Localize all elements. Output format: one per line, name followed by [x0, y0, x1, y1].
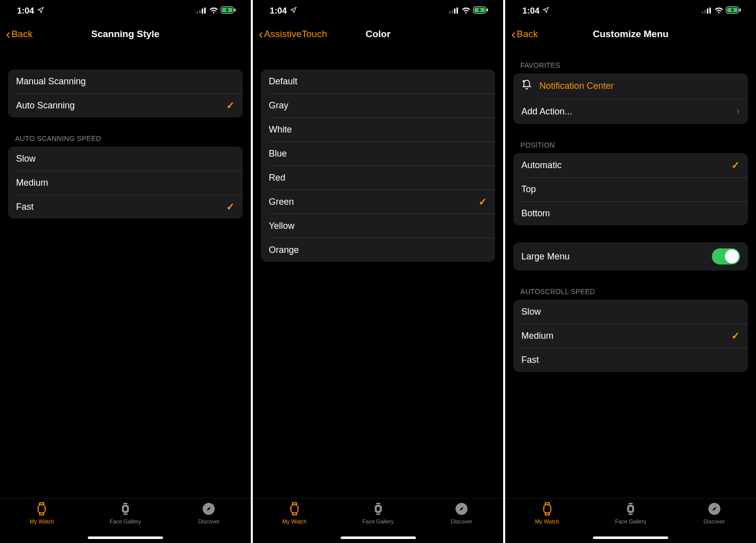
chevron-right-icon: ›	[736, 105, 740, 118]
tab-my-watch[interactable]: My Watch	[0, 501, 84, 543]
content: FAVORITES Notification Center Add Action…	[505, 46, 756, 498]
bell-icon	[521, 79, 532, 93]
tab-discover[interactable]: Discover	[167, 501, 251, 543]
svg-rect-32	[739, 9, 741, 12]
tab-label: My Watch	[30, 518, 54, 524]
option-yellow[interactable]: Yellow	[261, 214, 496, 238]
option-gray[interactable]: Gray	[261, 93, 496, 117]
option-default[interactable]: Default	[261, 69, 496, 93]
option-label: Blue	[269, 149, 287, 159]
home-indicator[interactable]	[88, 536, 163, 539]
nav-header: ‹ Back Customize Menu	[505, 22, 756, 46]
checkmark-icon: ✓	[226, 201, 235, 213]
option-automatic[interactable]: Automatic✓	[513, 153, 748, 177]
checkmark-icon: ✓	[731, 330, 740, 342]
home-indicator[interactable]	[341, 536, 416, 539]
home-indicator[interactable]	[593, 536, 668, 539]
location-icon	[37, 6, 44, 16]
option-label: Slow	[16, 154, 36, 164]
position-group: Automatic✓ Top Bottom	[513, 153, 748, 225]
option-white[interactable]: White	[261, 117, 496, 142]
watch-face-icon	[625, 501, 637, 516]
tab-my-watch[interactable]: My Watch	[253, 501, 337, 543]
watch-face-icon	[372, 501, 384, 516]
option-label: Red	[269, 173, 285, 183]
status-bar: 1:04	[0, 0, 251, 22]
option-slow[interactable]: Slow	[513, 300, 748, 324]
status-bar: 1:04	[253, 0, 504, 22]
svg-rect-29	[709, 8, 711, 14]
back-button[interactable]: ‹ Back	[6, 28, 33, 41]
option-label: Fast	[521, 355, 539, 365]
tab-label: Discover	[198, 518, 220, 524]
chevron-left-icon: ‹	[511, 28, 516, 41]
nav-header: ‹ AssistiveTouch Color	[253, 22, 504, 46]
option-label: Medium	[521, 331, 553, 341]
checkmark-icon: ✓	[226, 99, 235, 111]
watch-face-icon	[119, 501, 131, 516]
svg-rect-9	[123, 503, 127, 504]
tab-my-watch[interactable]: My Watch	[505, 501, 589, 543]
option-bottom[interactable]: Bottom	[513, 201, 748, 225]
section-header-auto-scanning-speed: AUTO SCANNING SPEED	[15, 134, 243, 143]
screen-scanning-style: 1:04 ‹ Back Scanning Style M	[0, 0, 251, 543]
svg-rect-16	[457, 8, 458, 14]
tab-label: Face Gallery	[110, 518, 141, 524]
option-auto-scanning[interactable]: Auto Scanning ✓	[8, 93, 243, 117]
option-blue[interactable]: Blue	[261, 142, 496, 166]
option-label: Gray	[269, 100, 288, 111]
option-medium[interactable]: Medium	[8, 171, 243, 195]
section-header-favorites: FAVORITES	[520, 61, 748, 69]
option-orange[interactable]: Orange	[261, 238, 496, 262]
compass-icon	[455, 501, 468, 516]
compass-icon	[708, 501, 721, 516]
option-slow[interactable]: Slow	[8, 147, 243, 171]
option-top[interactable]: Top	[513, 177, 748, 201]
svg-rect-20	[291, 505, 298, 513]
favorite-notification-center[interactable]: Notification Center	[513, 73, 748, 99]
option-red[interactable]: Red	[261, 166, 496, 190]
svg-rect-13	[449, 12, 450, 14]
add-action-row[interactable]: Add Action... ›	[513, 99, 748, 124]
svg-rect-28	[707, 9, 708, 14]
option-fast[interactable]: Fast ✓	[8, 195, 243, 219]
option-green[interactable]: Green✓	[261, 190, 496, 214]
tab-label: Face Gallery	[362, 518, 393, 524]
option-label: White	[269, 124, 292, 135]
svg-rect-11	[124, 507, 127, 511]
option-label: Automatic	[521, 160, 561, 171]
large-menu-group: Large Menu	[513, 242, 748, 270]
tab-label: My Watch	[282, 518, 307, 524]
battery-icon	[473, 6, 488, 16]
favorites-group: Notification Center Add Action... ›	[513, 73, 748, 124]
option-fast[interactable]: Fast	[513, 348, 748, 372]
back-button[interactable]: ‹ AssistiveTouch	[259, 28, 327, 41]
scanning-mode-group: Manual Scanning Auto Scanning ✓	[8, 69, 243, 117]
tab-label: My Watch	[535, 518, 559, 524]
autoscroll-group: Slow Medium✓ Fast	[513, 300, 748, 372]
svg-point-33	[523, 80, 525, 82]
section-header-autoscroll: AUTOSCROLL SPEED	[520, 288, 748, 296]
tab-label: Discover	[703, 518, 725, 524]
option-label: Auto Scanning	[16, 100, 75, 111]
option-medium[interactable]: Medium✓	[513, 324, 748, 348]
tab-discover[interactable]: Discover	[420, 501, 504, 543]
status-time: 1:04	[522, 6, 539, 16]
svg-rect-22	[376, 503, 380, 504]
option-label: Yellow	[269, 221, 294, 231]
wifi-icon	[462, 6, 471, 16]
compass-icon	[202, 501, 215, 516]
page-title: Color	[366, 29, 391, 40]
back-button[interactable]: ‹ Back	[511, 28, 538, 41]
large-menu-toggle[interactable]	[712, 248, 740, 264]
large-menu-row[interactable]: Large Menu	[513, 242, 748, 270]
location-icon	[290, 6, 297, 16]
tab-discover[interactable]: Discover	[672, 501, 756, 543]
status-bar: 1:04	[505, 0, 756, 22]
back-label: Back	[517, 29, 538, 40]
option-label: Bottom	[521, 208, 550, 219]
option-label: Top	[521, 184, 536, 195]
option-label: Manual Scanning	[16, 76, 86, 87]
option-manual-scanning[interactable]: Manual Scanning	[8, 69, 243, 93]
svg-rect-37	[629, 513, 633, 515]
